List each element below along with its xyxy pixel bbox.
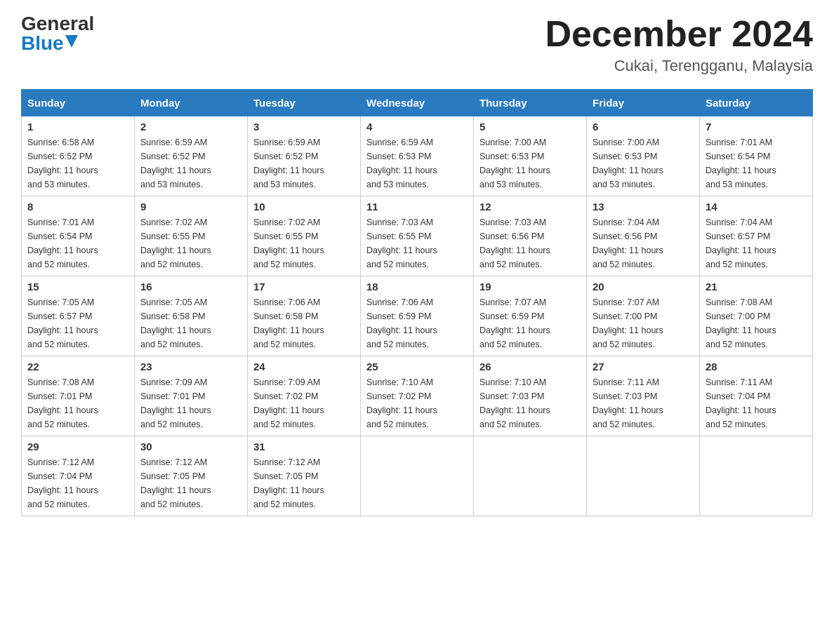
day-number: 2 — [140, 121, 241, 133]
day-info: Sunrise: 7:00 AMSunset: 6:53 PMDaylight:… — [479, 135, 581, 192]
calendar-day-cell — [474, 436, 587, 516]
calendar-day-cell: 16Sunrise: 7:05 AMSunset: 6:58 PMDayligh… — [135, 276, 248, 356]
calendar-day-cell: 10Sunrise: 7:02 AMSunset: 6:55 PMDayligh… — [248, 196, 361, 276]
calendar-weekday-saturday: Saturday — [700, 90, 813, 116]
calendar-day-cell: 21Sunrise: 7:08 AMSunset: 7:00 PMDayligh… — [700, 276, 813, 356]
calendar-week-row: 22Sunrise: 7:08 AMSunset: 7:01 PMDayligh… — [22, 356, 813, 436]
calendar-weekday-tuesday: Tuesday — [248, 90, 361, 116]
logo-general-text: General — [21, 14, 94, 34]
day-number: 26 — [479, 361, 581, 373]
day-number: 24 — [253, 361, 355, 373]
page-title: December 2024 — [545, 14, 813, 54]
day-number: 27 — [593, 361, 694, 373]
calendar-table: SundayMondayTuesdayWednesdayThursdayFrid… — [21, 89, 813, 516]
day-info: Sunrise: 7:04 AMSunset: 6:57 PMDaylight:… — [706, 215, 807, 271]
day-info: Sunrise: 7:09 AMSunset: 7:02 PMDaylight:… — [253, 375, 355, 431]
calendar-header-row: SundayMondayTuesdayWednesdayThursdayFrid… — [22, 90, 813, 116]
calendar-day-cell — [587, 436, 700, 516]
day-info: Sunrise: 7:01 AMSunset: 6:54 PMDaylight:… — [706, 135, 807, 192]
calendar-day-cell: 20Sunrise: 7:07 AMSunset: 7:00 PMDayligh… — [587, 276, 700, 356]
day-info: Sunrise: 7:09 AMSunset: 7:01 PMDaylight:… — [140, 375, 241, 431]
calendar-day-cell: 9Sunrise: 7:02 AMSunset: 6:55 PMDaylight… — [135, 196, 248, 276]
day-info: Sunrise: 7:08 AMSunset: 7:01 PMDaylight:… — [27, 375, 128, 431]
day-info: Sunrise: 7:12 AMSunset: 7:05 PMDaylight:… — [253, 455, 355, 511]
header: General Blue December 2024 Cukai, Tereng… — [21, 14, 813, 75]
day-info: Sunrise: 7:11 AMSunset: 7:04 PMDaylight:… — [706, 375, 807, 431]
calendar-day-cell: 22Sunrise: 7:08 AMSunset: 7:01 PMDayligh… — [22, 356, 135, 436]
logo-text: General Blue — [21, 14, 94, 53]
calendar-day-cell: 30Sunrise: 7:12 AMSunset: 7:05 PMDayligh… — [135, 436, 248, 516]
calendar-day-cell: 5Sunrise: 7:00 AMSunset: 6:53 PMDaylight… — [474, 116, 587, 196]
day-info: Sunrise: 7:10 AMSunset: 7:02 PMDaylight:… — [366, 375, 468, 431]
calendar-day-cell: 15Sunrise: 7:05 AMSunset: 6:57 PMDayligh… — [22, 276, 135, 356]
day-number: 23 — [140, 361, 241, 373]
calendar-day-cell: 19Sunrise: 7:07 AMSunset: 6:59 PMDayligh… — [474, 276, 587, 356]
calendar-day-cell: 8Sunrise: 7:01 AMSunset: 6:54 PMDaylight… — [22, 196, 135, 276]
day-info: Sunrise: 7:02 AMSunset: 6:55 PMDaylight:… — [140, 215, 241, 271]
calendar-day-cell: 4Sunrise: 6:59 AMSunset: 6:53 PMDaylight… — [361, 116, 474, 196]
calendar-week-row: 15Sunrise: 7:05 AMSunset: 6:57 PMDayligh… — [22, 276, 813, 356]
day-number: 1 — [27, 121, 128, 133]
day-info: Sunrise: 7:06 AMSunset: 6:58 PMDaylight:… — [253, 295, 355, 351]
calendar-day-cell: 29Sunrise: 7:12 AMSunset: 7:04 PMDayligh… — [22, 436, 135, 516]
day-info: Sunrise: 7:02 AMSunset: 6:55 PMDaylight:… — [253, 215, 355, 271]
day-info: Sunrise: 7:05 AMSunset: 6:58 PMDaylight:… — [140, 295, 241, 351]
day-info: Sunrise: 7:08 AMSunset: 7:00 PMDaylight:… — [706, 295, 807, 351]
day-info: Sunrise: 7:10 AMSunset: 7:03 PMDaylight:… — [479, 375, 581, 431]
calendar-day-cell: 13Sunrise: 7:04 AMSunset: 6:56 PMDayligh… — [587, 196, 700, 276]
day-number: 3 — [253, 121, 355, 133]
day-number: 9 — [140, 201, 241, 213]
day-number: 5 — [479, 121, 581, 133]
day-info: Sunrise: 7:12 AMSunset: 7:05 PMDaylight:… — [140, 455, 241, 511]
day-info: Sunrise: 7:03 AMSunset: 6:56 PMDaylight:… — [479, 215, 581, 271]
calendar-week-row: 29Sunrise: 7:12 AMSunset: 7:04 PMDayligh… — [22, 436, 813, 516]
day-info: Sunrise: 6:59 AMSunset: 6:52 PMDaylight:… — [140, 135, 241, 192]
calendar-day-cell: 24Sunrise: 7:09 AMSunset: 7:02 PMDayligh… — [248, 356, 361, 436]
day-number: 15 — [27, 281, 128, 293]
calendar-day-cell: 7Sunrise: 7:01 AMSunset: 6:54 PMDaylight… — [700, 116, 813, 196]
calendar-day-cell: 14Sunrise: 7:04 AMSunset: 6:57 PMDayligh… — [700, 196, 813, 276]
day-number: 30 — [140, 441, 241, 452]
calendar-day-cell: 3Sunrise: 6:59 AMSunset: 6:52 PMDaylight… — [248, 116, 361, 196]
logo-triangle-icon — [65, 35, 78, 48]
day-number: 31 — [253, 441, 355, 452]
day-info: Sunrise: 7:00 AMSunset: 6:53 PMDaylight:… — [593, 135, 694, 192]
calendar-day-cell: 23Sunrise: 7:09 AMSunset: 7:01 PMDayligh… — [135, 356, 248, 436]
day-number: 25 — [366, 361, 468, 373]
day-number: 13 — [593, 201, 694, 213]
calendar-day-cell — [700, 436, 813, 516]
calendar-day-cell: 28Sunrise: 7:11 AMSunset: 7:04 PMDayligh… — [700, 356, 813, 436]
calendar-day-cell: 2Sunrise: 6:59 AMSunset: 6:52 PMDaylight… — [135, 116, 248, 196]
day-number: 12 — [479, 201, 581, 213]
logo: General Blue — [21, 14, 94, 53]
day-number: 17 — [253, 281, 355, 293]
calendar-day-cell: 25Sunrise: 7:10 AMSunset: 7:02 PMDayligh… — [361, 356, 474, 436]
calendar-day-cell: 17Sunrise: 7:06 AMSunset: 6:58 PMDayligh… — [248, 276, 361, 356]
calendar-day-cell: 18Sunrise: 7:06 AMSunset: 6:59 PMDayligh… — [361, 276, 474, 356]
day-info: Sunrise: 7:11 AMSunset: 7:03 PMDaylight:… — [593, 375, 694, 431]
calendar-week-row: 8Sunrise: 7:01 AMSunset: 6:54 PMDaylight… — [22, 196, 813, 276]
day-info: Sunrise: 7:03 AMSunset: 6:55 PMDaylight:… — [366, 215, 468, 271]
calendar-day-cell: 6Sunrise: 7:00 AMSunset: 6:53 PMDaylight… — [587, 116, 700, 196]
day-info: Sunrise: 6:59 AMSunset: 6:52 PMDaylight:… — [253, 135, 355, 192]
day-info: Sunrise: 6:59 AMSunset: 6:53 PMDaylight:… — [366, 135, 468, 192]
day-number: 6 — [593, 121, 694, 133]
calendar-day-cell — [361, 436, 474, 516]
day-info: Sunrise: 7:07 AMSunset: 7:00 PMDaylight:… — [593, 295, 694, 351]
day-number: 11 — [366, 201, 468, 213]
title-area: December 2024 Cukai, Terengganu, Malaysi… — [545, 14, 813, 75]
calendar-day-cell: 11Sunrise: 7:03 AMSunset: 6:55 PMDayligh… — [361, 196, 474, 276]
day-info: Sunrise: 7:06 AMSunset: 6:59 PMDaylight:… — [366, 295, 468, 351]
day-number: 20 — [593, 281, 694, 293]
calendar-week-row: 1Sunrise: 6:58 AMSunset: 6:52 PMDaylight… — [22, 116, 813, 196]
day-number: 8 — [27, 201, 128, 213]
logo-blue-text: Blue — [21, 34, 64, 53]
calendar-day-cell: 1Sunrise: 6:58 AMSunset: 6:52 PMDaylight… — [22, 116, 135, 196]
day-number: 21 — [706, 281, 807, 293]
day-number: 18 — [366, 281, 468, 293]
day-number: 22 — [27, 361, 128, 373]
calendar-weekday-wednesday: Wednesday — [361, 90, 474, 116]
day-number: 10 — [253, 201, 355, 213]
calendar-day-cell: 12Sunrise: 7:03 AMSunset: 6:56 PMDayligh… — [474, 196, 587, 276]
calendar-weekday-monday: Monday — [135, 90, 248, 116]
